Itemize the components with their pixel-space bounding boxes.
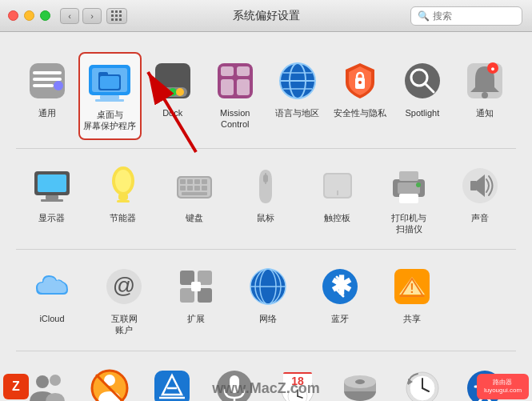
minimize-button[interactable] (24, 10, 34, 21)
sound-label: 声音 (471, 212, 489, 223)
search-icon: 🔍 (418, 10, 430, 22)
svg-point-84 (36, 375, 49, 388)
back-button[interactable]: ‹ (60, 8, 79, 24)
printers-label: 打印机与扫描仪 (391, 212, 426, 235)
spotlight-label: Spotlight (405, 107, 439, 118)
svg-point-16 (176, 88, 184, 96)
pref-dock[interactable]: Dock (142, 52, 204, 140)
svg-rect-55 (182, 192, 207, 195)
sharing-label: 共享 (403, 313, 421, 324)
mouse-label: 鼠标 (257, 212, 274, 223)
sharing-icon: ! (390, 264, 434, 309)
traffic-lights (8, 10, 50, 21)
network-label: 网络 (259, 313, 277, 324)
pref-keyboard[interactable]: 键盘 (159, 157, 230, 242)
svg-rect-3 (33, 84, 54, 87)
svg-point-15 (169, 88, 177, 96)
svg-rect-19 (237, 66, 250, 76)
extensions-label: 扩展 (187, 313, 205, 324)
pref-language[interactable]: 语言与地区 (266, 52, 329, 140)
pref-parental[interactable]: 家长控制 (78, 359, 141, 401)
pref-network[interactable]: 网络 (232, 258, 304, 343)
row-2: 显示器 节能器 (16, 149, 516, 251)
spotlight-icon (400, 58, 445, 103)
pref-printers[interactable]: 打印机与扫描仪 (373, 157, 444, 242)
mission-control-icon (213, 58, 258, 103)
maximize-button[interactable] (40, 10, 50, 21)
pref-notifications[interactable]: ● 通知 (454, 52, 516, 140)
language-icon (275, 58, 320, 103)
network-icon (246, 264, 290, 309)
preferences-content: 通用 桌面与屏幕保护程序 (0, 32, 532, 401)
corner-logo-left: Z (3, 374, 29, 399)
pref-security[interactable]: 安全性与隐私 (329, 52, 391, 140)
svg-rect-74 (191, 282, 201, 291)
svg-rect-63 (399, 171, 418, 181)
svg-point-29 (358, 81, 362, 84)
parental-icon (87, 366, 132, 401)
svg-point-42 (115, 170, 131, 192)
sound-icon (458, 163, 502, 208)
svg-point-34 (482, 92, 488, 98)
pref-desktop[interactable]: 桌面与屏幕保护程序 (78, 52, 142, 140)
svg-rect-49 (194, 179, 200, 184)
pref-trackpad[interactable]: 触控板 (302, 157, 373, 242)
pref-mouse[interactable]: 鼠标 (230, 157, 302, 242)
grid-button[interactable] (106, 8, 127, 24)
pref-general[interactable]: 通用 (16, 52, 78, 140)
pref-extensions[interactable]: 扩展 (160, 258, 232, 343)
pref-internet[interactable]: @ 互联网账户 (88, 258, 160, 343)
svg-point-85 (50, 375, 61, 386)
language-label: 语言与地区 (275, 107, 319, 118)
icloud-icon (30, 264, 74, 309)
general-label: 通用 (38, 107, 56, 118)
trackpad-icon (315, 163, 360, 208)
nav-buttons: ‹ › (60, 8, 102, 24)
energy-icon (101, 163, 146, 208)
printers-icon (386, 163, 431, 208)
corner-logo-right: 路由器luyougui.com (477, 374, 529, 399)
svg-rect-67 (470, 181, 477, 190)
row-3: iCloud @ 互联网账户 扩 (16, 250, 516, 351)
forward-button[interactable]: › (82, 8, 102, 24)
pref-startup[interactable]: 启动磁盘 (329, 359, 391, 401)
pref-timemachine[interactable]: Time Machine (391, 359, 454, 401)
svg-rect-20 (221, 79, 234, 95)
notifications-label: 通知 (476, 107, 494, 118)
pref-sound[interactable]: 声音 (445, 157, 516, 242)
pref-displays[interactable]: 显示器 (16, 157, 87, 242)
svg-rect-7 (100, 95, 119, 99)
svg-rect-11 (100, 76, 119, 89)
svg-rect-18 (221, 66, 234, 76)
svg-rect-53 (194, 186, 200, 190)
search-input[interactable] (433, 10, 515, 22)
bluetooth-icon: ✱ (318, 264, 362, 309)
pref-energy[interactable]: 节能器 (87, 157, 158, 242)
pref-appstore[interactable]: App Store (141, 359, 203, 401)
svg-rect-21 (237, 79, 250, 95)
internet-label: 互联网账户 (111, 313, 138, 336)
svg-rect-54 (202, 186, 207, 190)
security-icon (338, 58, 382, 103)
titlebar: ‹ › 系统偏好设置 🔍 (0, 0, 532, 32)
startup-icon (338, 366, 382, 401)
icloud-label: iCloud (39, 313, 64, 324)
pref-bluetooth[interactable]: ✱ 蓝牙 (304, 258, 376, 343)
search-box[interactable]: 🔍 (410, 6, 522, 26)
mouse-icon (243, 163, 288, 208)
close-button[interactable] (8, 10, 18, 21)
svg-rect-48 (187, 179, 193, 184)
keyboard-label: 键盘 (186, 212, 203, 223)
svg-rect-52 (187, 186, 193, 190)
svg-point-14 (162, 88, 170, 96)
svg-rect-8 (95, 99, 124, 102)
keyboard-icon (172, 163, 217, 208)
row-1: 通用 桌面与屏幕保护程序 (16, 44, 516, 149)
svg-rect-44 (117, 200, 130, 203)
pref-icloud[interactable]: iCloud (16, 258, 88, 343)
pref-mission-control[interactable]: MissionControl (204, 52, 266, 140)
displays-icon (30, 163, 74, 208)
security-label: 安全性与隐私 (334, 107, 386, 118)
pref-spotlight[interactable]: Spotlight (391, 52, 454, 140)
pref-sharing[interactable]: ! 共享 (376, 258, 448, 343)
